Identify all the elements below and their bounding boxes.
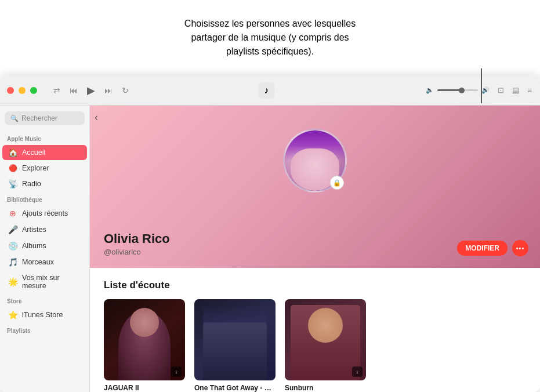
sidebar-item-itunes-store[interactable]: ⭐ iTunes Store [2,307,87,322]
add-icon: ⊕ [8,209,17,218]
section-label-apple-music: Apple Music [0,131,89,144]
download-icon-2: ↓ [356,369,359,375]
privacy-lock-badge: 🔒 [330,176,344,190]
mix-icon: 🌟 [8,277,17,286]
artistes-icon: 🎤 [8,225,17,234]
section-label-bibliotheque: Bibliothèque [0,192,89,205]
album-face-sunburn [308,308,343,343]
annotation-line3: playlists spécifiques). [226,45,314,59]
album-item-sunburn[interactable]: ↓ Sunburn Dominic Fike [285,299,366,392]
profile-name: Olivia Rico [104,231,526,246]
album-badge-jaguar: ↓ [171,366,182,377]
album-cover-muna [194,299,276,380]
minimize-button[interactable] [19,87,26,94]
annotation-line2: partager de la musique (y compris des [191,31,349,45]
home-icon: 🏠 [8,148,17,157]
sidebar-item-artistes[interactable]: 🎤 Artistes [2,222,87,237]
sidebar-item-vos-mix-label: Vos mix sur mesure [22,274,81,290]
album-title-jaguar: JAGUAR II [104,384,185,392]
explorer-icon: 🔴 [8,164,17,172]
sidebar-item-accueil[interactable]: 🏠 Accueil [2,145,87,160]
right-toolbar: ⊡ ▤ ≡ [496,85,533,96]
playback-controls: ⇄ ⏮ ▶ ⏭ ↻ [52,83,130,98]
search-placeholder-text: Rechercher [21,114,57,122]
volume-control[interactable]: 🔈 🔊 [426,86,490,94]
radio-icon: 📡 [8,179,17,188]
volume-high-icon: 🔊 [481,86,490,94]
album-item-muna[interactable]: One That Got Away - Single MUNA [194,299,276,392]
airplay-button[interactable]: ⊡ [496,85,505,96]
annotation-pointer-line [481,68,482,103]
content-area: ‹ 🔒 Olivia Rico [90,106,540,392]
album-figure-muna [203,305,267,380]
album-cover-jaguar: ↓ [104,299,185,380]
download-icon: ↓ [175,369,178,375]
section-label-store: Store [0,293,89,307]
search-icon: 🔍 [10,115,19,122]
main-content: 🔍 Rechercher Apple Music 🏠 Accueil 🔴 Exp… [0,106,540,392]
albums-icon: 💿 [8,241,17,251]
sidebar-item-ajouts-label: Ajouts récents [22,209,68,217]
sidebar-item-radio[interactable]: 📡 Radio [2,176,87,191]
section-title: Liste d'écoute [104,280,526,291]
album-title-sunburn: Sunburn [285,384,366,392]
previous-button[interactable]: ⏮ [68,85,79,96]
fullscreen-button[interactable] [30,87,37,94]
repeat-button[interactable]: ↻ [121,85,130,96]
sidebar-item-ajouts-recents[interactable]: ⊕ Ajouts récents [2,206,87,221]
close-button[interactable] [7,87,14,94]
center-controls: ♪ [130,82,426,99]
volume-low-icon: 🔈 [426,86,434,94]
title-bar: ⇄ ⏮ ▶ ⏭ ↻ ♪ 🔈 🔊 ⊡ ▤ ≡ [0,75,540,106]
album-face-jaguar [130,308,159,337]
now-playing-icon: ♪ [258,82,274,99]
queue-button[interactable]: ≡ [526,85,533,96]
profile-info: Olivia Rico @oliviarico [104,231,526,256]
album-badge-sunburn: ↓ [352,366,363,377]
album-title-muna: One That Got Away - Single [194,384,276,392]
profile-handle: @oliviarico [104,248,526,256]
shuffle-button[interactable]: ⇄ [52,85,61,96]
sidebar-item-vos-mix[interactable]: 🌟 Vos mix sur mesure [2,271,87,293]
section-label-playlists: Playlists [0,323,89,336]
itunes-icon: ⭐ [8,310,17,320]
sidebar-item-explorer[interactable]: 🔴 Explorer [2,161,87,175]
album-people-muna [203,322,267,380]
traffic-lights [7,87,37,94]
sidebar-item-artistes-label: Artistes [22,226,46,234]
sidebar-item-albums[interactable]: 💿 Albums [2,238,87,253]
volume-slider[interactable] [437,89,478,91]
sidebar-item-accueil-label: Accueil [22,148,45,157]
app-window: ⇄ ⏮ ▶ ⏭ ↻ ♪ 🔈 🔊 ⊡ ▤ ≡ 🔍 [0,75,540,392]
sidebar-item-radio-label: Radio [22,180,41,188]
sidebar-item-morceaux-label: Morceaux [22,258,54,266]
sidebar-item-albums-label: Albums [22,242,46,250]
back-button[interactable]: ‹ [95,111,98,124]
sidebar-item-explorer-label: Explorer [22,164,49,172]
album-cover-sunburn: ↓ [285,299,366,380]
album-grid: ↓ JAGUAR II Victoria Monét On [104,299,526,392]
annotation-tooltip: Choisissez les personnes avec lesquelles… [0,0,540,75]
lyrics-button[interactable]: ▤ [511,85,520,96]
album-item-jaguar[interactable]: ↓ JAGUAR II Victoria Monét [104,299,185,392]
profile-avatar: 🔒 [283,129,347,193]
sidebar-item-itunes-label: iTunes Store [22,311,63,319]
morceaux-icon: 🎵 [8,257,17,267]
play-button[interactable]: ▶ [86,83,96,98]
sidebar: 🔍 Rechercher Apple Music 🏠 Accueil 🔴 Exp… [0,106,90,392]
sidebar-item-morceaux[interactable]: 🎵 Morceaux [2,255,87,270]
playlist-section: Liste d'écoute ↓ JAGUAR II Victoria Moné… [90,268,540,392]
lock-icon: 🔒 [333,179,341,187]
next-button[interactable]: ⏭ [103,85,114,96]
profile-banner: 🔒 Olivia Rico @oliviarico MODIFIER ••• [90,106,540,268]
search-bar[interactable]: 🔍 Rechercher [5,111,85,125]
annotation-line1: Choisissez les personnes avec lesquelles [184,17,356,31]
